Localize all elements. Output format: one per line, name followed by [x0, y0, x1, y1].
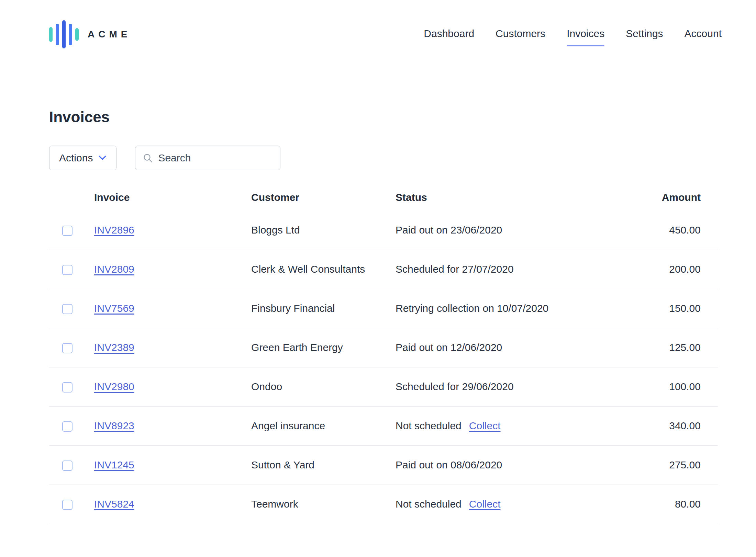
invoice-link[interactable]: INV7569 [94, 303, 134, 314]
table-row: INV2389Green Earth EnergyPaid out on 12/… [49, 328, 718, 367]
toolbar: Actions [49, 146, 718, 170]
customer-name: Finsbury Financial [251, 289, 396, 328]
invoice-link[interactable]: INV2389 [94, 342, 134, 353]
search-input[interactable] [157, 152, 273, 164]
invoice-status: Scheduled for 29/06/2020 [396, 381, 514, 392]
row-checkbox[interactable] [62, 343, 73, 353]
row-checkbox[interactable] [62, 265, 73, 275]
collect-link[interactable]: Collect [469, 420, 501, 431]
main-nav: DashboardCustomersInvoicesSettingsAccoun… [424, 28, 722, 41]
invoice-status: Retrying collection on 10/07/2020 [396, 303, 548, 314]
checkbox-column-header [49, 184, 94, 211]
invoice-status: Not scheduled [396, 420, 462, 431]
invoice-link[interactable]: INV1245 [94, 459, 134, 470]
invoice-amount: 100.00 [587, 367, 718, 406]
brand-name: ACME [88, 29, 131, 40]
invoice-status: Not scheduled [396, 498, 462, 510]
nav-item-settings[interactable]: Settings [626, 28, 663, 41]
nav-item-dashboard[interactable]: Dashboard [424, 28, 474, 41]
invoice-status: Paid out on 23/06/2020 [396, 224, 502, 236]
row-checkbox[interactable] [62, 304, 73, 314]
customer-name: Sutton & Yard [251, 445, 396, 485]
invoice-amount: 125.00 [587, 328, 718, 367]
table-row: INV2809Clerk & Well ConsultantsScheduled… [49, 250, 718, 289]
invoices-table: Invoice Customer Status Amount INV2896Bl… [49, 184, 718, 524]
search-box [135, 146, 280, 170]
invoice-column-header: Invoice [94, 184, 251, 211]
nav-item-account[interactable]: Account [685, 28, 722, 41]
customer-name: Clerk & Well Consultants [251, 250, 396, 289]
table-row: INV7569Finsbury FinancialRetrying collec… [49, 289, 718, 328]
table-row: INV1245Sutton & YardPaid out on 08/06/20… [49, 445, 718, 485]
status-column-header: Status [396, 184, 587, 211]
collect-link[interactable]: Collect [469, 498, 501, 510]
table-row: INV2980OndooScheduled for 29/06/2020100.… [49, 367, 718, 406]
customer-name: Teemwork [251, 485, 396, 524]
invoice-status: Paid out on 12/06/2020 [396, 342, 502, 353]
actions-dropdown-label: Actions [59, 152, 93, 164]
invoice-amount: 80.00 [587, 485, 718, 524]
amount-column-header: Amount [587, 184, 718, 211]
row-checkbox[interactable] [62, 500, 73, 510]
customer-column-header: Customer [251, 184, 396, 211]
table-header-row: Invoice Customer Status Amount [49, 184, 718, 211]
table-row: INV5824TeemworkNot scheduledCollect80.00 [49, 485, 718, 524]
invoice-amount: 150.00 [587, 289, 718, 328]
invoice-amount: 450.00 [587, 211, 718, 250]
actions-dropdown-button[interactable]: Actions [49, 146, 116, 170]
main-content: Invoices Actions Invoice [0, 108, 756, 524]
row-checkbox[interactable] [62, 382, 73, 393]
table-row: INV8923Angel insuranceNot scheduledColle… [49, 406, 718, 445]
invoice-status: Paid out on 08/06/2020 [396, 459, 502, 470]
row-checkbox[interactable] [62, 461, 73, 471]
invoice-link[interactable]: INV2980 [94, 381, 134, 392]
invoice-link[interactable]: INV2896 [94, 224, 134, 236]
row-checkbox[interactable] [62, 421, 73, 432]
page-title: Invoices [49, 108, 718, 126]
customer-name: Ondoo [251, 367, 396, 406]
row-checkbox[interactable] [62, 226, 73, 236]
customer-name: Angel insurance [251, 406, 396, 445]
nav-item-invoices[interactable]: Invoices [567, 28, 604, 41]
nav-item-customers[interactable]: Customers [496, 28, 545, 41]
customer-name: Bloggs Ltd [251, 211, 396, 250]
top-header: ACME DashboardCustomersInvoicesSettingsA… [0, 0, 756, 49]
brand-logo-icon [49, 20, 79, 49]
search-icon [143, 153, 153, 163]
invoice-status: Scheduled for 27/07/2020 [396, 263, 514, 275]
table-row: INV2896Bloggs LtdPaid out on 23/06/20204… [49, 211, 718, 250]
invoice-amount: 340.00 [587, 406, 718, 445]
invoice-link[interactable]: INV2809 [94, 263, 134, 275]
invoice-amount: 200.00 [587, 250, 718, 289]
invoice-amount: 275.00 [587, 445, 718, 485]
customer-name: Green Earth Energy [251, 328, 396, 367]
invoice-link[interactable]: INV8923 [94, 420, 134, 431]
brand-logo: ACME [49, 20, 131, 49]
invoice-link[interactable]: INV5824 [94, 498, 134, 510]
chevron-down-icon [98, 155, 107, 161]
